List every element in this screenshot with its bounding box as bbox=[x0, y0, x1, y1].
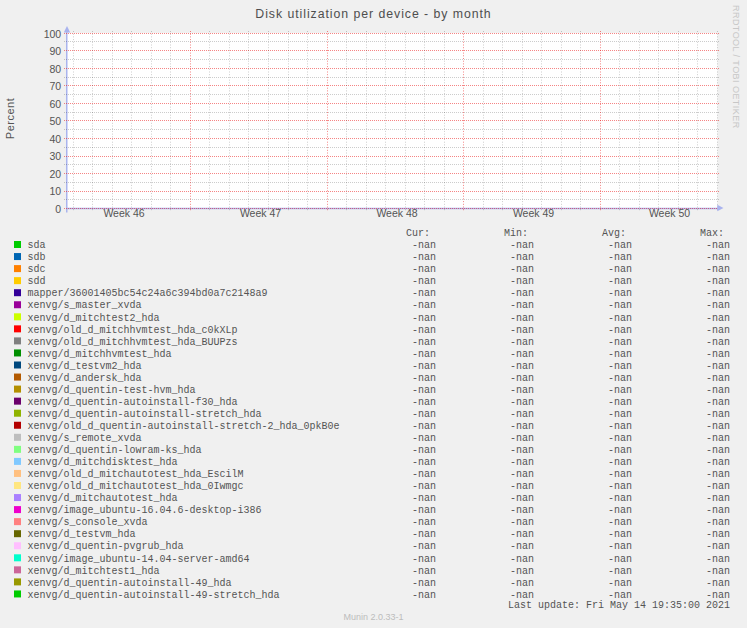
svg-text:-nan: -nan bbox=[608, 313, 632, 324]
svg-text:-nan: -nan bbox=[510, 457, 534, 468]
svg-text:-nan: -nan bbox=[412, 554, 436, 565]
svg-text:-nan: -nan bbox=[608, 469, 632, 480]
svg-text:-nan: -nan bbox=[412, 240, 436, 251]
svg-text:-nan: -nan bbox=[608, 276, 632, 287]
svg-text:-nan: -nan bbox=[706, 493, 730, 504]
svg-text:-nan: -nan bbox=[412, 445, 436, 456]
svg-text:-nan: -nan bbox=[706, 349, 730, 360]
svg-text:xenvg/d_andersk_hda: xenvg/d_andersk_hda bbox=[28, 373, 142, 384]
svg-text:-nan: -nan bbox=[608, 481, 632, 492]
svg-text:-nan: -nan bbox=[510, 349, 534, 360]
svg-text:50: 50 bbox=[50, 115, 62, 127]
svg-text:-nan: -nan bbox=[412, 421, 436, 432]
svg-text:-nan: -nan bbox=[706, 337, 730, 348]
svg-text:-nan: -nan bbox=[608, 554, 632, 565]
svg-text:-nan: -nan bbox=[510, 373, 534, 384]
svg-text:-nan: -nan bbox=[510, 554, 534, 565]
svg-text:-nan: -nan bbox=[608, 517, 632, 528]
svg-text:xenvg/d_testvm_hda: xenvg/d_testvm_hda bbox=[28, 529, 136, 540]
svg-text:70: 70 bbox=[50, 80, 62, 92]
svg-text:-nan: -nan bbox=[412, 433, 436, 444]
svg-text:-nan: -nan bbox=[706, 421, 730, 432]
svg-text:-nan: -nan bbox=[608, 385, 632, 396]
svg-text:-nan: -nan bbox=[510, 252, 534, 263]
svg-text:-nan: -nan bbox=[706, 469, 730, 480]
svg-text:-nan: -nan bbox=[412, 578, 436, 589]
svg-text:xenvg/d_mitchtest2_hda: xenvg/d_mitchtest2_hda bbox=[28, 313, 160, 324]
svg-text:-nan: -nan bbox=[608, 337, 632, 348]
svg-text:-nan: -nan bbox=[412, 373, 436, 384]
svg-text:-nan: -nan bbox=[608, 300, 632, 311]
svg-text:-nan: -nan bbox=[510, 505, 534, 516]
svg-text:-nan: -nan bbox=[510, 566, 534, 577]
svg-text:-nan: -nan bbox=[608, 457, 632, 468]
svg-text:-nan: -nan bbox=[706, 325, 730, 336]
svg-text:-nan: -nan bbox=[510, 288, 534, 299]
svg-text:xenvg/image_ubuntu-16.04.6-des: xenvg/image_ubuntu-16.04.6-desktop-i386 bbox=[28, 505, 262, 516]
svg-text:-nan: -nan bbox=[608, 288, 632, 299]
svg-text:-nan: -nan bbox=[412, 325, 436, 336]
svg-text:-nan: -nan bbox=[608, 361, 632, 372]
svg-text:60: 60 bbox=[50, 98, 62, 110]
svg-text:Week 50: Week 50 bbox=[649, 207, 690, 219]
svg-text:-nan: -nan bbox=[510, 385, 534, 396]
svg-text:-nan: -nan bbox=[412, 288, 436, 299]
svg-text:-nan: -nan bbox=[706, 373, 730, 384]
svg-text:-nan: -nan bbox=[510, 433, 534, 444]
svg-text:-nan: -nan bbox=[412, 337, 436, 348]
svg-text:-nan: -nan bbox=[706, 300, 730, 311]
svg-text:-nan: -nan bbox=[608, 566, 632, 577]
svg-text:xenvg/s_console_xvda: xenvg/s_console_xvda bbox=[28, 517, 148, 528]
svg-text:xenvg/d_quentin-pvgrub_hda: xenvg/d_quentin-pvgrub_hda bbox=[28, 541, 184, 552]
svg-text:0: 0 bbox=[55, 203, 61, 215]
svg-text:xenvg/d_mitchhvmtest_hda: xenvg/d_mitchhvmtest_hda bbox=[28, 349, 172, 360]
svg-text:-nan: -nan bbox=[706, 457, 730, 468]
svg-text:-nan: -nan bbox=[510, 409, 534, 420]
svg-text:-nan: -nan bbox=[412, 361, 436, 372]
svg-text:-nan: -nan bbox=[608, 433, 632, 444]
svg-text:xenvg/old_d_mitchautotest_hda_: xenvg/old_d_mitchautotest_hda_0Iwmgc bbox=[28, 481, 244, 492]
svg-text:-nan: -nan bbox=[706, 529, 730, 540]
svg-text:30: 30 bbox=[50, 150, 62, 162]
svg-text:-nan: -nan bbox=[608, 505, 632, 516]
svg-text:10: 10 bbox=[50, 185, 62, 197]
svg-text:-nan: -nan bbox=[706, 541, 730, 552]
svg-text:-nan: -nan bbox=[412, 300, 436, 311]
svg-text:-nan: -nan bbox=[706, 505, 730, 516]
svg-text:-nan: -nan bbox=[706, 445, 730, 456]
svg-text:Cur:: Cur: bbox=[406, 228, 430, 239]
svg-text:-nan: -nan bbox=[608, 325, 632, 336]
svg-text:-nan: -nan bbox=[706, 566, 730, 577]
svg-text:-nan: -nan bbox=[412, 313, 436, 324]
svg-text:xenvg/d_mitchdisktest_hda: xenvg/d_mitchdisktest_hda bbox=[28, 457, 178, 468]
svg-text:xenvg/image_ubuntu-14.04-serve: xenvg/image_ubuntu-14.04-server-amd64 bbox=[28, 554, 250, 565]
svg-text:-nan: -nan bbox=[510, 529, 534, 540]
svg-text:sda: sda bbox=[28, 240, 46, 251]
svg-text:Max:: Max: bbox=[700, 228, 724, 239]
svg-text:-nan: -nan bbox=[412, 252, 436, 263]
svg-text:-nan: -nan bbox=[412, 505, 436, 516]
svg-text:xenvg/d_mitchautotest_hda: xenvg/d_mitchautotest_hda bbox=[28, 493, 178, 504]
svg-text:-nan: -nan bbox=[706, 276, 730, 287]
svg-text:sdb: sdb bbox=[28, 252, 46, 263]
svg-text:-nan: -nan bbox=[510, 397, 534, 408]
svg-text:-nan: -nan bbox=[412, 590, 436, 601]
svg-text:-nan: -nan bbox=[608, 529, 632, 540]
svg-text:-nan: -nan bbox=[706, 433, 730, 444]
svg-text:-nan: -nan bbox=[706, 409, 730, 420]
svg-text:-nan: -nan bbox=[412, 517, 436, 528]
svg-text:-nan: -nan bbox=[510, 240, 534, 251]
svg-text:-nan: -nan bbox=[412, 566, 436, 577]
svg-text:-nan: -nan bbox=[706, 313, 730, 324]
svg-text:-nan: -nan bbox=[510, 481, 534, 492]
svg-text:-nan: -nan bbox=[412, 397, 436, 408]
svg-text:-nan: -nan bbox=[412, 264, 436, 275]
svg-text:-nan: -nan bbox=[510, 276, 534, 287]
svg-text:Min:: Min: bbox=[504, 228, 528, 239]
svg-text:xenvg/d_mitchtest1_hda: xenvg/d_mitchtest1_hda bbox=[28, 566, 160, 577]
svg-text:100: 100 bbox=[44, 28, 62, 40]
svg-text:-nan: -nan bbox=[510, 590, 534, 601]
svg-text:-nan: -nan bbox=[412, 349, 436, 360]
svg-text:-nan: -nan bbox=[608, 397, 632, 408]
svg-text:xenvg/old_d_mitchhvmtest_hda_c: xenvg/old_d_mitchhvmtest_hda_c0kXLp bbox=[28, 325, 238, 336]
